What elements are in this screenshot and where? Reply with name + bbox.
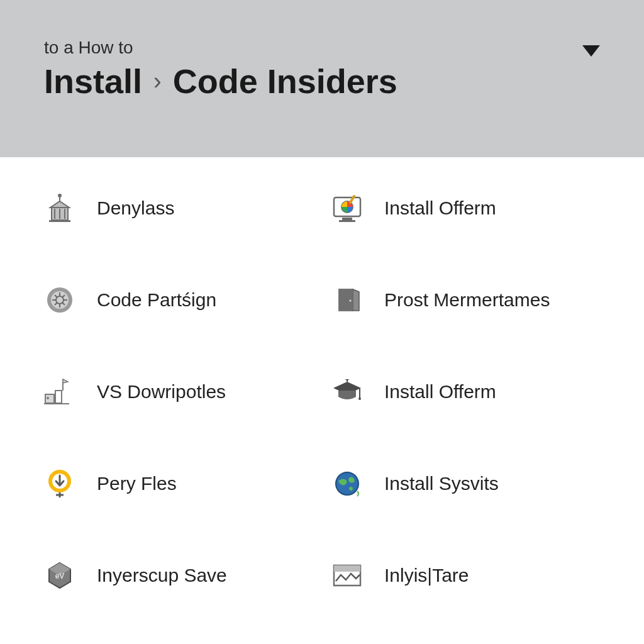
option-prost-mermertames[interactable]: Prost Mermertames [331, 284, 600, 316]
option-install-offerm-2[interactable]: Install Offerm [331, 376, 600, 408]
option-vs-dowripotles[interactable]: VS Dowripotles [44, 376, 313, 408]
svg-text:eV: eV [55, 572, 65, 580]
building-icon [44, 192, 75, 224]
svg-rect-28 [45, 394, 54, 403]
header-eyebrow: to a How to [44, 38, 600, 58]
download-badge-icon [44, 468, 75, 499]
svg-point-27 [349, 299, 351, 301]
svg-marker-4 [50, 201, 69, 208]
svg-rect-30 [55, 391, 62, 403]
page-header: to a How to Install › Code Insiders [0, 0, 644, 157]
option-inyerscup-save[interactable]: eV Inyerscup Save [44, 560, 313, 591]
svg-point-6 [58, 194, 62, 197]
option-label: Pery Fles [97, 473, 177, 494]
options-grid: Denylass Install Offerm [0, 157, 644, 616]
option-label: Install Offerm [384, 381, 496, 402]
svg-marker-36 [345, 379, 350, 380]
globe-icon [331, 468, 363, 499]
option-install-sysvits[interactable]: Install Sysvits [331, 468, 600, 499]
option-label: Prost Mermertames [384, 289, 550, 311]
svg-rect-51 [334, 565, 360, 572]
svg-rect-10 [339, 220, 355, 222]
dropdown-caret-icon[interactable] [582, 45, 600, 57]
option-label: Denylass [97, 197, 174, 219]
option-install-offerm-1[interactable]: Install Offerm [331, 192, 600, 224]
option-inlyis-tare[interactable]: Inlyis|Tare [331, 560, 600, 591]
monitor-color-wheel-icon [331, 192, 363, 224]
option-label: Install Offerm [384, 197, 496, 219]
option-label: Inlyis|Tare [384, 565, 469, 586]
graduation-cap-icon [331, 376, 363, 408]
option-label: Inyerscup Save [97, 565, 227, 586]
breadcrumb-item-code-insiders[interactable]: Code Insiders [173, 62, 397, 101]
svg-rect-9 [342, 218, 352, 220]
breadcrumb: Install › Code Insiders [44, 62, 600, 101]
gear-badge-icon [44, 284, 75, 316]
option-code-partsign[interactable]: Code Partśign [44, 284, 313, 316]
industrial-icon [44, 376, 75, 408]
breadcrumb-item-install[interactable]: Install [44, 62, 142, 101]
option-denylass[interactable]: Denylass [44, 192, 313, 224]
svg-rect-7 [49, 220, 70, 222]
svg-point-45 [349, 487, 353, 491]
svg-marker-25 [353, 289, 359, 311]
option-pery-fles[interactable]: Pery Fles [44, 468, 313, 499]
option-label: Code Partśign [97, 289, 216, 311]
chart-frame-icon [331, 560, 363, 591]
option-label: VS Dowripotles [97, 381, 226, 402]
option-label: Install Sysvits [384, 473, 499, 494]
svg-point-29 [47, 397, 49, 399]
svg-marker-32 [63, 379, 68, 383]
open-door-icon [331, 284, 363, 316]
breadcrumb-separator-icon: › [153, 68, 162, 95]
svg-point-38 [358, 397, 361, 400]
hexagon-badge-icon: eV [44, 560, 75, 591]
